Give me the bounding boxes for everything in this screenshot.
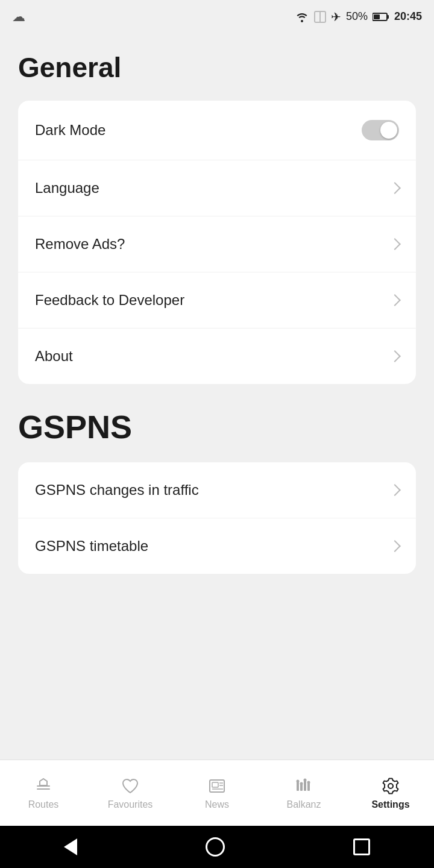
favourites-label: Favourites (108, 799, 153, 810)
wifi-icon (295, 11, 309, 22)
svg-rect-3 (387, 15, 389, 19)
dark-mode-item[interactable]: Dark Mode (18, 101, 416, 160)
svg-point-18 (304, 778, 307, 781)
gspns-traffic-chevron-icon (389, 484, 401, 496)
language-label: Language (35, 180, 99, 197)
svg-rect-14 (304, 780, 306, 791)
gspns-timetable-label: GSPNS timetable (35, 538, 148, 555)
home-button[interactable] (206, 837, 225, 857)
bottom-nav: Routes Favourites News Balkanz (0, 760, 434, 826)
svg-rect-8 (212, 782, 218, 787)
svg-point-19 (307, 781, 310, 784)
about-label: About (35, 348, 73, 365)
main-content: General Dark Mode Language Remove Ads? (0, 33, 434, 760)
news-icon (207, 776, 227, 796)
gspns-timetable-chevron-icon (389, 540, 401, 552)
battery-text: 50% (346, 10, 368, 23)
time-display: 20:45 (394, 10, 422, 23)
routes-icon (34, 776, 53, 796)
status-bar: ☁ ✈ 50% 20:45 (0, 0, 434, 33)
toggle-knob (380, 122, 397, 139)
android-nav-bar (0, 826, 434, 868)
feedback-label: Feedback to Developer (35, 292, 184, 309)
signal-icon (314, 11, 326, 23)
svg-point-16 (297, 779, 300, 782)
svg-point-17 (300, 782, 303, 785)
nav-item-balkanz[interactable]: Balkanz (260, 776, 347, 810)
settings-icon (381, 776, 400, 796)
remove-ads-item[interactable]: Remove Ads? (18, 216, 416, 272)
nav-item-favourites[interactable]: Favourites (87, 776, 174, 810)
recents-square-icon (353, 838, 370, 855)
routes-label: Routes (28, 799, 59, 810)
dark-mode-toggle[interactable] (362, 120, 399, 140)
general-card: Dark Mode Language Remove Ads? Feedback … (18, 101, 416, 384)
svg-point-20 (388, 784, 393, 788)
remove-ads-label: Remove Ads? (35, 236, 125, 253)
about-chevron-icon (389, 350, 401, 362)
remove-ads-chevron-icon (389, 238, 401, 250)
back-triangle-icon (64, 838, 77, 855)
gspns-traffic-label: GSPNS changes in traffic (35, 482, 199, 498)
balkanz-icon (294, 776, 313, 796)
airplane-icon: ✈ (331, 10, 341, 24)
back-button[interactable] (64, 838, 77, 855)
gspns-timetable-item[interactable]: GSPNS timetable (18, 518, 416, 574)
feedback-chevron-icon (389, 294, 401, 306)
dark-mode-label: Dark Mode (35, 122, 105, 139)
home-circle-icon (206, 837, 225, 857)
about-item[interactable]: About (18, 329, 416, 384)
gspns-traffic-item[interactable]: GSPNS changes in traffic (18, 462, 416, 518)
news-label: News (205, 799, 229, 810)
cloud-icon: ☁ (12, 9, 25, 25)
language-item[interactable]: Language (18, 160, 416, 216)
nav-item-routes[interactable]: Routes (0, 776, 87, 810)
favourites-icon (121, 776, 140, 796)
language-chevron-icon (389, 182, 401, 194)
nav-item-settings[interactable]: Settings (347, 776, 434, 810)
general-title: General (18, 51, 416, 84)
battery-icon (373, 12, 389, 22)
svg-rect-5 (37, 788, 50, 790)
feedback-item[interactable]: Feedback to Developer (18, 272, 416, 329)
gspns-title: GSPNS (18, 408, 416, 445)
recents-button[interactable] (353, 838, 370, 855)
svg-rect-4 (374, 14, 380, 19)
balkanz-label: Balkanz (287, 799, 321, 810)
settings-label: Settings (371, 799, 409, 810)
gspns-card: GSPNS changes in traffic GSPNS timetable (18, 462, 416, 574)
nav-item-news[interactable]: News (174, 776, 260, 810)
